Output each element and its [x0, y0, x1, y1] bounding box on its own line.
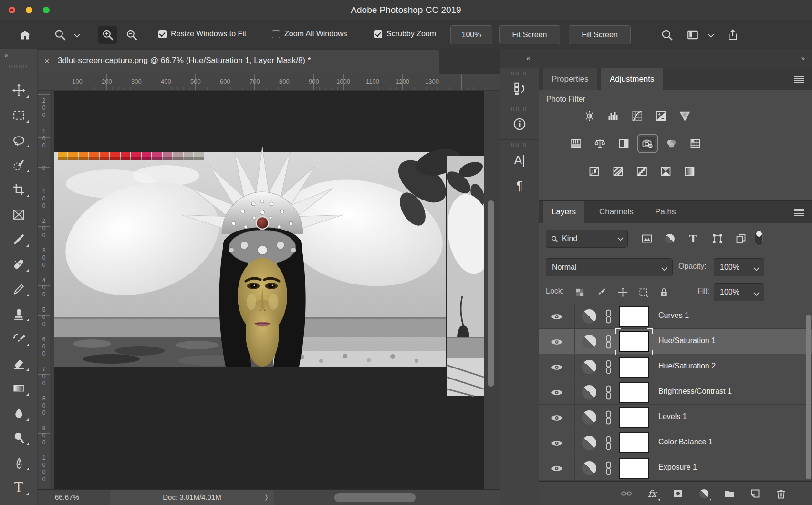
- blend-mode-select[interactable]: Normal: [546, 258, 673, 276]
- panel-grip[interactable]: [511, 72, 528, 75]
- tab-layers[interactable]: Layers: [543, 201, 584, 223]
- tab-paths[interactable]: Paths: [646, 201, 684, 223]
- layers-scrollbar[interactable]: [806, 315, 811, 479]
- layer-name[interactable]: Color Balance 1: [658, 438, 713, 446]
- zoom-all-windows-checkbox[interactable]: Zoom All Windows: [272, 30, 347, 38]
- layer-mask-thumbnail[interactable]: [619, 382, 649, 403]
- document-canvas[interactable]: [54, 91, 484, 489]
- opacity-value[interactable]: 100%: [720, 263, 739, 272]
- tool-type[interactable]: T: [7, 477, 31, 498]
- maximize-window-button[interactable]: [43, 7, 50, 13]
- resize-windows-checkbox[interactable]: Resize Windows to Fit: [158, 30, 246, 38]
- tool-frame[interactable]: [7, 204, 31, 225]
- layer-name[interactable]: Curves 1: [658, 311, 689, 320]
- chevron-down-icon[interactable]: [708, 32, 714, 38]
- layer-mask-thumbnail[interactable]: [619, 331, 649, 352]
- chevron-down-icon[interactable]: [74, 32, 80, 38]
- tool-crop[interactable]: [7, 179, 31, 200]
- status-menu-arrow[interactable]: 〉: [265, 490, 268, 505]
- layer-mask-thumbnail[interactable]: [619, 306, 649, 327]
- hue-saturation-icon[interactable]: [569, 137, 583, 150]
- filter-adjustment-icon[interactable]: [663, 232, 677, 245]
- close-window-button[interactable]: [9, 7, 15, 13]
- layer-mask-thumbnail[interactable]: [619, 432, 649, 453]
- zoom-in-button[interactable]: [98, 26, 117, 44]
- fill-value[interactable]: 100%: [720, 288, 739, 296]
- filter-type-icon[interactable]: T: [687, 232, 700, 245]
- layer-name[interactable]: Exposure 1: [658, 463, 697, 472]
- adjustment-thumbnail[interactable]: [582, 309, 596, 324]
- visibility-toggle[interactable]: [539, 355, 575, 379]
- home-button[interactable]: [15, 26, 34, 44]
- brightness-contrast-icon[interactable]: [582, 109, 597, 122]
- fill-dropdown[interactable]: [750, 284, 764, 301]
- checkbox-box[interactable]: [158, 30, 167, 38]
- visibility-toggle[interactable]: [539, 304, 575, 329]
- opacity-dropdown[interactable]: [750, 259, 764, 276]
- adjustment-thumbnail[interactable]: [582, 410, 596, 425]
- tool-pencil[interactable]: [7, 278, 31, 299]
- vertical-scrollbar[interactable]: [488, 200, 494, 387]
- zoom-out-button[interactable]: [122, 26, 141, 44]
- gradient-map-icon[interactable]: [682, 165, 697, 178]
- canvas-viewport[interactable]: [50, 91, 500, 489]
- share-button[interactable]: [723, 26, 742, 44]
- photo-filter-icon[interactable]: [640, 137, 655, 150]
- tool-history-brush[interactable]: [7, 328, 31, 349]
- filter-image-icon[interactable]: [640, 232, 654, 245]
- new-adjustment-button[interactable]: [697, 487, 711, 500]
- tools-grip[interactable]: [9, 65, 28, 68]
- tool-blur[interactable]: [7, 402, 31, 423]
- tool-move[interactable]: [7, 80, 31, 101]
- visibility-toggle[interactable]: [539, 329, 575, 354]
- lock-pixels-icon[interactable]: [595, 286, 607, 298]
- lock-all-icon[interactable]: [657, 286, 670, 298]
- tool-gradient[interactable]: [7, 378, 31, 399]
- info-icon[interactable]: [511, 115, 528, 134]
- zoom-tool-preset[interactable]: [51, 26, 70, 44]
- invert-icon[interactable]: [587, 165, 602, 178]
- panel-grip[interactable]: [511, 107, 528, 111]
- layer-name[interactable]: Hue/Saturation 1: [658, 337, 716, 345]
- expand-tools-icon[interactable]: »: [4, 52, 7, 59]
- layer-mask-thumbnail[interactable]: [619, 458, 649, 479]
- document-info[interactable]: Doc: 3.01M/4.01M 〉: [110, 490, 274, 505]
- panel-menu-icon[interactable]: [794, 76, 804, 83]
- vertical-ruler[interactable]: 200100 0100 200300 400500 600700 800900 …: [38, 91, 50, 489]
- opacity-field[interactable]: 100%: [714, 258, 764, 276]
- tool-spot-healing-brush[interactable]: [7, 253, 31, 274]
- search-button[interactable]: [657, 26, 677, 44]
- layer-mask-thumbnail[interactable]: [619, 357, 649, 378]
- layer-name[interactable]: Levels 1: [658, 412, 687, 421]
- black-white-icon[interactable]: [616, 137, 631, 150]
- document-tab[interactable]: × 3dlut-screen-capture.png @ 66.7% (Hue/…: [38, 50, 439, 74]
- type-panels-group[interactable]: A| ¶: [500, 143, 539, 201]
- tool-quick-selection[interactable]: [7, 154, 31, 175]
- tool-clone-stamp[interactable]: [7, 303, 31, 324]
- layer-row[interactable]: Levels 1: [539, 405, 812, 430]
- visibility-toggle[interactable]: [539, 380, 575, 405]
- tool-rectangular-marquee[interactable]: [7, 105, 31, 126]
- layer-row-selected[interactable]: Hue/Saturation 1: [539, 329, 812, 354]
- adjustment-thumbnail[interactable]: [582, 335, 596, 349]
- panel-menu-icon[interactable]: [794, 209, 804, 216]
- layer-row[interactable]: Hue/Saturation 2: [539, 355, 812, 379]
- tool-eyedropper[interactable]: [7, 229, 31, 250]
- threshold-icon[interactable]: [635, 165, 649, 178]
- adjustment-thumbnail[interactable]: [582, 360, 596, 374]
- workspace-button[interactable]: [683, 26, 702, 44]
- layer-name[interactable]: Hue/Saturation 2: [658, 362, 716, 370]
- layer-row[interactable]: Color Balance 1: [539, 431, 812, 455]
- layer-mask-thumbnail[interactable]: [619, 407, 649, 428]
- link-layers-button[interactable]: [619, 487, 634, 500]
- tool-eraser[interactable]: [7, 353, 31, 374]
- layer-name[interactable]: Brightness/Contrast 1: [658, 387, 732, 396]
- tab-adjustments[interactable]: Adjustments: [601, 68, 663, 90]
- adjustment-thumbnail[interactable]: [582, 461, 596, 475]
- fit-screen-button[interactable]: Fit Screen: [499, 25, 560, 44]
- panel-grip[interactable]: [511, 143, 528, 147]
- zoom-level-field[interactable]: 66.67%: [38, 490, 109, 505]
- minimize-window-button[interactable]: [26, 7, 32, 13]
- expand-panels-icon[interactable]: »: [801, 54, 804, 62]
- vibrance-icon[interactable]: [677, 109, 692, 122]
